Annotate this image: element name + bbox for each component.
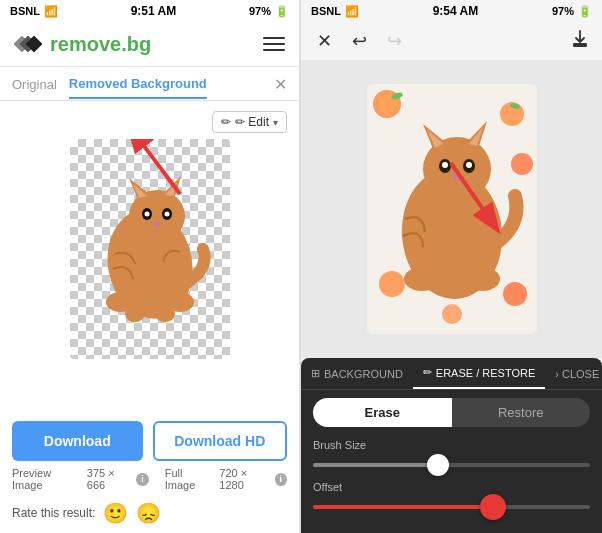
preview-label: Preview Image <box>12 467 81 491</box>
status-bar-left: BSNL 📶 9:51 AM 97% 🔋 <box>0 0 299 22</box>
logo-text: remove.bg <box>50 33 151 56</box>
carrier-right: BSNL 📶 <box>311 5 359 18</box>
svg-point-25 <box>379 271 405 297</box>
brush-size-label: Brush Size <box>313 439 590 451</box>
carrier-time-left: BSNL 📶 <box>10 5 58 18</box>
tab-erase-restore[interactable]: ✏ ERASE / RESTORE <box>413 358 545 389</box>
erase-button[interactable]: Erase <box>313 398 452 427</box>
full-info: Full Image 720 × 1280 i <box>165 467 287 491</box>
thumbs-down-emoji[interactable]: 😞 <box>136 501 161 525</box>
hamburger-line-3 <box>263 49 285 51</box>
tab-close-right[interactable]: › CLOSE <box>545 360 602 388</box>
time-right: 9:54 AM <box>433 4 479 18</box>
status-bar-right: BSNL 📶 9:54 AM 97% 🔋 <box>301 0 602 22</box>
time-left: 9:51 AM <box>131 4 177 18</box>
rate-label: Rate this result: <box>12 506 95 520</box>
offset-thumb[interactable] <box>480 494 506 520</box>
preview-info-icon[interactable]: i <box>136 473 148 486</box>
cat-image-container <box>70 139 230 359</box>
red-arrow-left <box>120 139 200 199</box>
svg-line-19 <box>135 139 180 194</box>
right-panel: BSNL 📶 9:54 AM 97% 🔋 ✕ ↩ ↪ <box>301 0 602 533</box>
hamburger-line-1 <box>263 37 285 39</box>
svg-point-16 <box>125 306 145 322</box>
full-info-icon[interactable]: i <box>275 473 287 486</box>
download-hd-button[interactable]: Download HD <box>153 421 288 461</box>
brush-size-track <box>313 463 590 467</box>
carrier-right-text: BSNL <box>311 5 341 17</box>
slider-section: Brush Size Offset <box>301 435 602 533</box>
editor-tabs: ⊞ BACKGROUND ✏ ERASE / RESTORE › CLOSE <box>301 358 602 390</box>
brush-size-fill <box>313 463 438 467</box>
tab-background[interactable]: ⊞ BACKGROUND <box>301 359 413 388</box>
logo-icon <box>14 30 42 58</box>
left-panel: BSNL 📶 9:51 AM 97% 🔋 remove.bg <box>0 0 300 533</box>
layers-icon: ⊞ <box>311 367 320 380</box>
tabs-row: Original Removed Background ✕ <box>0 67 299 101</box>
battery-percent-left: 97% <box>249 5 271 17</box>
logo-remove: remove <box>50 33 121 55</box>
svg-point-41 <box>404 267 440 291</box>
restore-button[interactable]: Restore <box>452 398 591 427</box>
svg-point-12 <box>164 212 169 217</box>
red-arrow-right <box>421 153 521 243</box>
chevron-right-icon: › <box>555 368 559 380</box>
preview-info: Preview Image 375 × 666 i <box>12 467 149 491</box>
svg-point-26 <box>503 282 527 306</box>
editor-download-button[interactable] <box>570 29 590 54</box>
thumbs-up-emoji[interactable]: 🙂 <box>103 501 128 525</box>
pencil-icon: ✏ <box>423 366 432 379</box>
full-label: Full Image <box>165 467 214 491</box>
erase-restore-row: Erase Restore <box>301 390 602 435</box>
info-row: Preview Image 375 × 666 i Full Image 720… <box>0 461 299 497</box>
svg-point-17 <box>155 306 175 322</box>
offset-slider[interactable] <box>313 497 590 517</box>
undo-button[interactable]: ↩ <box>348 28 371 54</box>
close-editor-button[interactable]: ✕ <box>313 28 336 54</box>
buttons-row: Download Download HD <box>0 421 299 461</box>
image-area: ✏ ✏ Edit ▾ <box>0 101 299 419</box>
edit-button[interactable]: ✏ ✏ Edit ▾ <box>212 111 287 133</box>
close-label: CLOSE <box>562 368 599 380</box>
tab-erase-label: ERASE / RESTORE <box>436 367 535 379</box>
wifi-icon: 📶 <box>44 5 58 18</box>
nav-bar-left: remove.bg <box>0 22 299 67</box>
svg-point-42 <box>464 267 500 291</box>
battery-percent-right: 97% <box>552 5 574 17</box>
wifi-icon-right: 📶 <box>345 5 359 18</box>
full-size: 720 × 1280 <box>219 467 271 491</box>
edit-label: ✏ Edit <box>235 115 269 129</box>
edit-icon: ✏ <box>221 115 231 129</box>
tab-original[interactable]: Original <box>12 77 57 98</box>
hamburger-menu[interactable] <box>263 37 285 51</box>
preview-size: 375 × 666 <box>87 467 134 491</box>
tab-background-label: BACKGROUND <box>324 368 403 380</box>
offset-track <box>313 505 590 509</box>
rating-row: Rate this result: 🙂 😞 <box>0 497 299 533</box>
editor-image-area <box>301 60 602 358</box>
svg-point-11 <box>144 212 149 217</box>
svg-point-13 <box>153 221 161 227</box>
redo-button[interactable]: ↪ <box>383 28 406 54</box>
logo-accent: .bg <box>121 33 151 55</box>
svg-point-27 <box>442 304 462 324</box>
battery-icon-left: 🔋 <box>275 5 289 18</box>
chevron-down-icon: ▾ <box>273 117 278 128</box>
offset-label: Offset <box>313 481 590 493</box>
download-button[interactable]: Download <box>12 421 143 461</box>
bottom-panel: ⊞ BACKGROUND ✏ ERASE / RESTORE › CLOSE E… <box>301 358 602 533</box>
logo-area: remove.bg <box>14 30 151 58</box>
svg-line-44 <box>451 163 496 228</box>
battery-area-left: 97% 🔋 <box>249 5 289 18</box>
hamburger-line-2 <box>263 43 285 45</box>
battery-right: 97% 🔋 <box>552 5 592 18</box>
offset-fill <box>313 505 493 509</box>
brush-size-slider[interactable] <box>313 455 590 475</box>
carrier-left: BSNL <box>10 5 40 17</box>
brush-size-thumb[interactable] <box>427 454 449 476</box>
battery-icon-right: 🔋 <box>578 5 592 18</box>
tab-close-button[interactable]: ✕ <box>274 75 287 100</box>
download-icon <box>570 29 590 49</box>
tab-removed-background[interactable]: Removed Background <box>69 76 207 99</box>
editor-nav: ✕ ↩ ↪ <box>301 22 602 60</box>
